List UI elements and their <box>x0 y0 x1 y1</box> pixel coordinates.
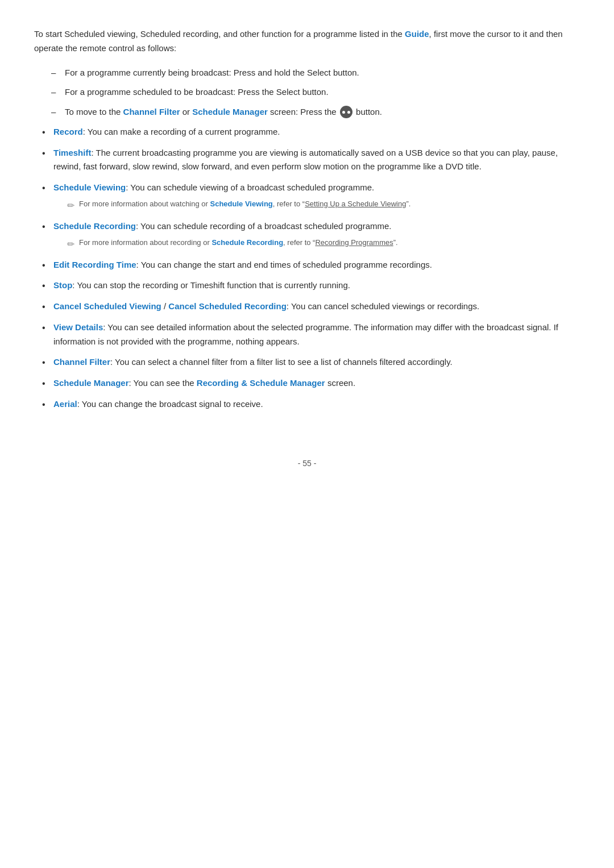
timeshift-link[interactable]: Timeshift <box>53 148 91 157</box>
timeshift-text: : The current broadcasting programme you… <box>53 148 558 172</box>
schedule-manager-dash-link[interactable]: Schedule Manager <box>192 107 268 117</box>
intro-paragraph: To start Scheduled viewing, Scheduled re… <box>34 27 580 56</box>
schedule-manager-link[interactable]: Schedule Manager <box>53 378 129 388</box>
view-details-link[interactable]: View Details <box>53 322 103 332</box>
list-item-cancel: Cancel Scheduled Viewing / Cancel Schedu… <box>40 300 580 314</box>
stop-text: : You can stop the recording or Timeshif… <box>72 280 350 290</box>
schedule-viewing-note: ✏ For more information about watching or… <box>67 198 580 213</box>
schedule-viewing-link[interactable]: Schedule Viewing <box>53 182 126 192</box>
list-item-channel-filter: Channel Filter: You can select a channel… <box>40 355 580 369</box>
stop-link[interactable]: Stop <box>53 280 72 290</box>
channel-filter-dash-link[interactable]: Channel Filter <box>123 107 180 117</box>
schedule-recording-note-link[interactable]: Schedule Recording <box>211 238 283 247</box>
list-item-timeshift: Timeshift: The current broadcasting prog… <box>40 146 580 175</box>
list-item-view-details: View Details: You can see detailed infor… <box>40 321 580 349</box>
channel-filter-text: : You can select a channel filter from a… <box>110 357 453 367</box>
schedule-recording-text: : You can schedule recording of a broadc… <box>136 221 391 231</box>
guide-link[interactable]: Guide <box>405 29 429 39</box>
list-item-aerial: Aerial: You can change the broadcast sig… <box>40 397 580 412</box>
aerial-link[interactable]: Aerial <box>53 399 77 409</box>
list-item-schedule-manager: Schedule Manager: You can see the Record… <box>40 376 580 391</box>
note-icon-1: ✏ <box>67 199 74 213</box>
menu-button-icon <box>340 106 352 118</box>
page-footer: - 55 - <box>34 457 580 470</box>
page-number: - 55 - <box>298 459 317 468</box>
cancel-scheduled-recording-link[interactable]: Cancel Scheduled Recording <box>168 301 287 311</box>
cancel-text: : You can cancel scheduled viewings or r… <box>287 301 479 311</box>
note-icon-2: ✏ <box>67 238 74 251</box>
aerial-text: : You can change the broadcast signal to… <box>77 399 263 409</box>
list-item-schedule-viewing: Schedule Viewing: You can schedule viewi… <box>40 181 580 213</box>
intro-text-before-guide: To start Scheduled viewing, Scheduled re… <box>34 29 405 39</box>
list-item-schedule-recording: Schedule Recording: You can schedule rec… <box>40 219 580 251</box>
list-item-record: Record: You can make a recording of a cu… <box>40 125 580 139</box>
setting-up-schedule-viewing-link[interactable]: Setting Up a Schedule Viewing <box>305 200 406 208</box>
list-item-stop: Stop: You can stop the recording or Time… <box>40 279 580 293</box>
dash-list: For a programme currently being broadcas… <box>51 66 580 119</box>
schedule-viewing-note-link[interactable]: Schedule Viewing <box>210 200 273 208</box>
record-link[interactable]: Record <box>53 127 83 136</box>
bullet-list: Record: You can make a recording of a cu… <box>40 125 580 412</box>
record-text: : You can make a recording of a current … <box>83 127 280 136</box>
dash-item-1: For a programme currently being broadcas… <box>51 66 580 80</box>
cancel-scheduled-viewing-link[interactable]: Cancel Scheduled Viewing <box>53 301 161 311</box>
schedule-recording-link[interactable]: Schedule Recording <box>53 221 136 231</box>
cancel-slash: / <box>161 301 169 311</box>
edit-recording-time-text: : You can change the start and end times… <box>136 260 432 269</box>
recording-programmes-link[interactable]: Recording Programmes <box>315 238 393 247</box>
edit-recording-time-link[interactable]: Edit Recording Time <box>53 260 136 269</box>
view-details-text: : You can see detailed information about… <box>53 322 558 346</box>
channel-filter-link[interactable]: Channel Filter <box>53 357 110 367</box>
dash-item-2: For a programme scheduled to be broadcas… <box>51 85 580 99</box>
recording-schedule-manager-link[interactable]: Recording & Schedule Manager <box>197 378 325 388</box>
list-item-edit-recording-time: Edit Recording Time: You can change the … <box>40 258 580 272</box>
schedule-manager-text-prefix: : You can see the <box>129 378 197 388</box>
schedule-recording-note: ✏ For more information about recording o… <box>67 237 580 251</box>
schedule-manager-text-suffix: screen. <box>325 378 355 388</box>
dash-item-3: To move to the Channel Filter or Schedul… <box>51 105 580 119</box>
schedule-viewing-text: : You can schedule viewing of a broadcas… <box>126 182 374 192</box>
